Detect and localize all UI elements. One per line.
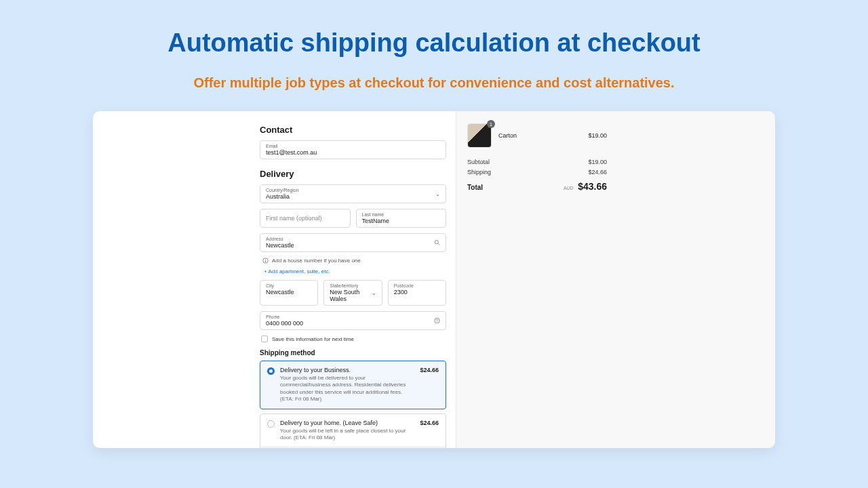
email-field[interactable]: Email test1@test.com.au [260,140,446,159]
postcode-label: Postcode [394,283,440,288]
info-icon [262,258,269,264]
search-icon [434,240,440,246]
state-value: New South Wales [330,289,376,302]
subtotal-label: Subtotal [467,159,490,165]
shipping-value: $24.66 [588,169,607,176]
house-number-hint-text: Add a house number if you have one [272,258,361,264]
country-select[interactable]: Country/Region Australia ⌄ [260,184,446,203]
last-name-field[interactable]: Last name TestName [356,209,447,228]
svg-text:?: ? [436,319,438,323]
phone-value: 0400 000 000 [266,320,440,327]
hero-title: Automatic shipping calculation at checko… [0,0,868,58]
save-info-checkbox[interactable]: Save this information for next time [261,336,446,342]
total-amount: $43.66 [578,181,607,192]
subtotal-row: Subtotal $19.00 [467,159,607,165]
shipping-option-home[interactable]: Delivery to your home. Your goods will b… [260,447,446,448]
checkout-card: Contact Email test1@test.com.au Delivery… [93,111,775,448]
last-name-value: TestName [362,218,441,224]
postcode-field[interactable]: Postcode 2300 [388,280,446,306]
phone-label: Phone [266,314,440,319]
shipping-option-title: Delivery to your home. (Leave Safe) [280,420,414,426]
email-value: test1@test.com.au [266,149,440,156]
checkbox-icon [261,336,268,342]
country-label: Country/Region [266,188,440,192]
first-name-field[interactable]: First name (optional) [260,209,351,228]
postcode-value: 2300 [394,289,440,296]
city-value: Newcastle [266,289,312,296]
subtotal-value: $19.00 [588,159,607,165]
chevron-down-icon: ⌄ [435,191,440,197]
total-currency: AUD [564,186,574,190]
hero-subtitle: Offer multiple job types at checkout for… [0,75,868,91]
cart-item-name: Carton [498,132,581,139]
shipping-option-desc: Your goods will be delivered to your com… [280,375,414,403]
help-icon[interactable]: ? [434,318,440,324]
save-info-label: Save this information for next time [272,336,354,342]
cart-item: 1 Carton $19.00 [467,123,607,148]
phone-field[interactable]: Phone 0400 000 000 ? [260,311,446,330]
shipping-options-group: Delivery to your home. (Leave Safe) Your… [260,413,446,448]
house-number-hint: Add a house number if you have one [262,258,446,264]
address-value: Newcastle [266,242,440,249]
add-apartment-link[interactable]: + Add apartment, suite, etc. [264,268,330,274]
shipping-option-desc: Your goods will be left in a safe place … [280,428,414,442]
shipping-option-price: $24.66 [420,367,439,373]
chevron-down-icon: ⌄ [372,290,376,296]
city-label: City [266,283,312,288]
shipping-option-price: $24.66 [420,420,439,426]
shipping-option-business[interactable]: Delivery to your Business. Your goods wi… [260,361,446,409]
cart-item-price: $19.00 [588,132,607,139]
address-field[interactable]: Address Newcastle [260,233,446,252]
radio-icon [267,367,275,375]
total-row: Total AUD $43.66 [467,181,607,192]
state-label: State/territory [330,283,376,288]
address-label: Address [266,237,440,241]
radio-icon [267,420,275,428]
shipping-row: Shipping $24.66 [467,169,607,176]
first-name-placeholder: First name (optional) [266,212,344,224]
qty-badge: 1 [487,120,495,128]
last-name-label: Last name [362,212,441,217]
city-field[interactable]: City Newcastle [260,280,318,306]
svg-point-4 [265,259,266,260]
cart-thumb-wrap: 1 [467,123,492,148]
checkout-left-pane: Contact Email test1@test.com.au Delivery… [93,111,456,448]
country-value: Australia [266,193,440,200]
order-summary: 1 Carton $19.00 Subtotal $19.00 Shipping… [456,111,775,448]
shipping-label: Shipping [467,169,491,176]
delivery-heading: Delivery [260,169,446,179]
svg-point-0 [435,241,438,244]
email-label: Email [266,144,440,148]
contact-heading: Contact [260,125,446,135]
svg-line-1 [438,243,439,245]
total-label: Total [467,184,483,191]
shipping-method-heading: Shipping method [260,349,446,357]
shipping-option-title: Delivery to your Business. [280,367,414,373]
state-select[interactable]: State/territory New South Wales ⌄ [323,280,382,306]
shipping-option-home-leavesafe[interactable]: Delivery to your home. (Leave Safe) Your… [260,414,446,447]
